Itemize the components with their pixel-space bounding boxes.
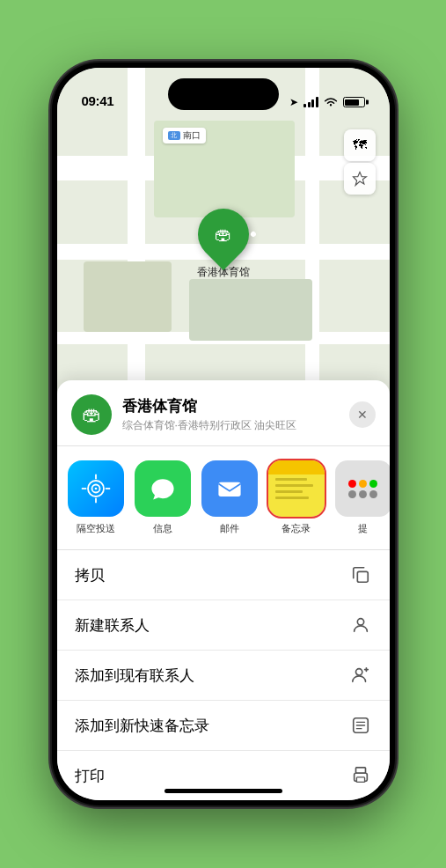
- action-list: 拷贝 新建联系人: [57, 550, 390, 800]
- mail-icon: [201, 460, 258, 517]
- svg-rect-7: [218, 482, 240, 497]
- location-name: 香港体育馆: [122, 396, 349, 416]
- notes-label: 备忘录: [281, 522, 311, 535]
- map-label: 北 南口: [163, 128, 206, 143]
- map-label-icon: 北: [168, 131, 180, 140]
- bottom-sheet: 🏟 香港体育馆 综合体育馆·香港特别行政区 油尖旺区 ✕: [57, 380, 390, 800]
- copy-icon: [349, 563, 372, 586]
- message-icon: [135, 460, 191, 517]
- action-copy-label: 拷贝: [75, 565, 105, 585]
- action-add-contact-label: 添加到现有联系人: [75, 666, 194, 686]
- svg-point-10: [355, 669, 362, 675]
- stadium-icon: 🏟: [215, 224, 232, 245]
- svg-point-9: [357, 619, 363, 625]
- share-item-message[interactable]: 信息: [135, 460, 191, 535]
- notes-icon: [268, 460, 325, 517]
- status-icons: ➤: [289, 96, 365, 108]
- message-label: 信息: [153, 522, 172, 535]
- battery-icon: [343, 97, 365, 107]
- dynamic-island: [168, 78, 279, 110]
- share-item-airdrop[interactable]: 隔空投送: [68, 460, 124, 535]
- marker-pin: 🏟: [186, 198, 259, 270]
- svg-rect-8: [357, 571, 368, 582]
- action-quick-note-label: 添加到新快速备忘录: [75, 716, 209, 736]
- action-copy[interactable]: 拷贝: [57, 550, 390, 600]
- share-item-more[interactable]: 提: [335, 460, 390, 535]
- phone-screen: 09:41 ➤: [57, 68, 390, 800]
- wifi-icon: [324, 97, 338, 107]
- note-icon: [349, 714, 372, 737]
- action-add-contact[interactable]: 添加到现有联系人: [57, 651, 390, 701]
- svg-rect-18: [355, 768, 365, 773]
- action-new-contact[interactable]: 新建联系人: [57, 600, 390, 651]
- more-icon: [335, 460, 390, 517]
- mail-label: 邮件: [220, 522, 239, 535]
- location-info: 香港体育馆 综合体育馆·香港特别行政区 油尖旺区: [122, 396, 349, 433]
- phone-frame: 09:41 ➤: [52, 63, 395, 805]
- location-arrow-icon: ➤: [289, 96, 298, 108]
- svg-point-2: [94, 488, 97, 490]
- more-label: 提: [358, 522, 368, 535]
- action-new-contact-label: 新建联系人: [75, 615, 150, 636]
- airdrop-icon: [68, 460, 124, 517]
- share-item-mail[interactable]: 邮件: [201, 460, 258, 535]
- signal-bars-icon: [303, 97, 318, 107]
- location-subtitle: 综合体育馆·香港特别行政区 油尖旺区: [122, 418, 349, 433]
- stadium-marker[interactable]: 🏟 香港体育馆: [197, 209, 250, 280]
- location-header: 🏟 香港体育馆 综合体育馆·香港特别行政区 油尖旺区 ✕: [57, 380, 390, 446]
- share-item-notes[interactable]: 备忘录: [268, 460, 325, 535]
- action-print-label: 打印: [75, 766, 105, 786]
- print-icon: [349, 764, 372, 787]
- home-indicator: [165, 789, 282, 793]
- location-icon: 🏟: [71, 394, 112, 435]
- person-icon: [349, 614, 372, 636]
- location-button[interactable]: [344, 163, 376, 195]
- map-controls: 🗺: [344, 129, 376, 195]
- close-button[interactable]: ✕: [349, 401, 376, 428]
- map-label-text: 南口: [183, 129, 201, 142]
- map-type-button[interactable]: 🗺: [344, 129, 376, 161]
- person-add-icon: [349, 664, 372, 687]
- airdrop-label: 隔空投送: [77, 522, 115, 535]
- status-time: 09:41: [82, 93, 114, 108]
- share-row: 隔空投送 信息: [57, 446, 390, 550]
- action-quick-note[interactable]: 添加到新快速备忘录: [57, 701, 390, 751]
- svg-rect-20: [356, 777, 364, 783]
